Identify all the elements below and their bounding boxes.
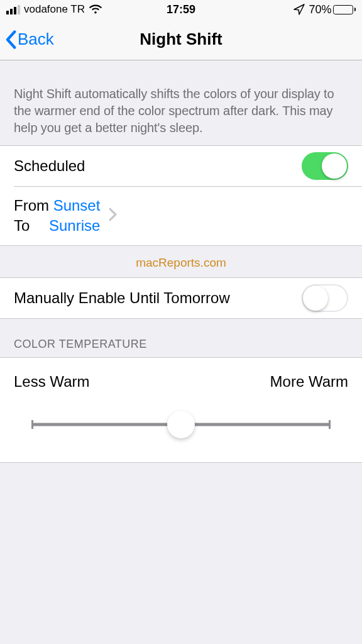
back-button[interactable]: Back: [5, 30, 54, 49]
from-value: Sunset: [49, 196, 100, 216]
chevron-left-icon: [5, 30, 16, 49]
scheduled-toggle[interactable]: [302, 152, 348, 180]
status-time: 17:59: [167, 3, 195, 16]
scheduled-cell: Scheduled: [0, 146, 362, 186]
carrier-label: vodafone TR: [24, 3, 85, 16]
from-label: From: [14, 196, 49, 216]
manual-enable-label: Manually Enable Until Tomorrow: [14, 289, 230, 307]
status-left: vodafone TR: [6, 3, 102, 16]
status-right: 70%: [293, 3, 356, 16]
slider-labels: Less Warm More Warm: [14, 373, 348, 391]
slider-thumb[interactable]: [167, 411, 195, 438]
manual-enable-cell: Manually Enable Until Tomorrow: [0, 278, 362, 318]
to-label: To: [14, 216, 49, 236]
color-temperature-group: Less Warm More Warm: [0, 357, 362, 463]
color-temperature-slider[interactable]: [33, 411, 329, 438]
range-values: Sunset Sunrise: [49, 196, 100, 236]
manual-group: Manually Enable Until Tomorrow: [0, 277, 362, 319]
schedule-range-cell[interactable]: From To Sunset Sunrise: [0, 187, 362, 245]
battery-icon: [333, 5, 353, 14]
back-label: Back: [18, 30, 54, 49]
to-value: Sunrise: [49, 216, 100, 236]
description-text: Night Shift automatically shifts the col…: [0, 60, 362, 145]
more-warm-label: More Warm: [270, 373, 348, 391]
slider-tick-left: [31, 420, 33, 429]
slider-tick-right: [329, 420, 331, 429]
battery-percent: 70%: [309, 3, 331, 16]
manual-enable-toggle[interactable]: [302, 284, 348, 312]
watermark-area: macReports.com: [0, 246, 362, 277]
wifi-icon: [89, 4, 102, 14]
range-key-labels: From To: [14, 196, 49, 236]
page-title: Night Shift: [140, 30, 222, 49]
battery-indicator: 70%: [309, 3, 356, 16]
scheduled-label: Scheduled: [14, 157, 85, 175]
less-warm-label: Less Warm: [14, 373, 89, 391]
color-temperature-header: COLOR TEMPERATURE: [0, 319, 362, 357]
status-bar: vodafone TR 17:59 70%: [0, 0, 362, 19]
cellular-signal-icon: [6, 5, 20, 14]
scheduled-group: Scheduled From To Sunset Sunrise: [0, 145, 362, 246]
nav-bar: Back Night Shift: [0, 19, 362, 60]
chevron-right-icon: [109, 208, 117, 224]
watermark-text: macReports.com: [136, 256, 226, 269]
location-icon: [293, 4, 305, 15]
